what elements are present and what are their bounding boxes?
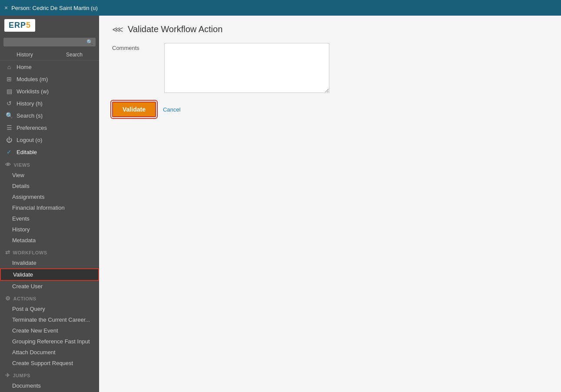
sidebar-item-logout[interactable]: ⏻ Logout (o) [0,134,99,146]
workflows-section-icon: ⇄ [5,249,10,256]
modules-icon: ⊞ [5,76,13,82]
close-tab-icon[interactable]: × [4,4,8,11]
preferences-icon: ☰ [5,124,13,131]
section-actions: ⚙ ACTIONS [0,292,99,303]
sidebar: ERP5 🔍 History Search ⌂ Home ⊞ Modules (… [0,16,99,392]
sidebar-item-home[interactable]: ⌂ Home [0,61,99,73]
main-content: ⋘ Validate Workflow Action Comments Vali… [99,16,561,392]
top-bar: × Person: Cedric De Saint Martin (u) [0,0,561,16]
validate-button[interactable]: Validate [112,102,156,117]
logo-box: ERP5 [4,19,35,32]
sidebar-item-preferences[interactable]: ☰ Preferences [0,122,99,134]
sidebar-item-history[interactable]: History [0,224,99,235]
sidebar-item-assignments[interactable]: Assignments [0,191,99,202]
section-jumps: ✈ JUMPS [0,369,99,380]
comments-textarea[interactable] [164,43,329,93]
sidebar-item-search[interactable]: 🔍 Search (s) [0,109,99,122]
views-section-icon: 👁 [5,161,11,168]
sidebar-item-view[interactable]: View [0,170,99,181]
sidebar-item-history[interactable]: ↺ History (h) [0,97,99,109]
section-workflows: ⇄ WORKFLOWS [0,246,99,257]
editable-icon: ✓ [5,148,13,155]
page-title-area: ⋘ Validate Workflow Action [112,24,548,34]
sidebar-item-attach-doc[interactable]: Attach Document [0,347,99,358]
sidebar-item-metadata[interactable]: Metadata [0,235,99,246]
history-icon: ↺ [5,100,13,107]
jumps-section-icon: ✈ [5,372,10,379]
tab-history[interactable]: History [0,49,50,60]
logo-text: ERP5 [9,21,31,30]
cancel-button[interactable]: Cancel [163,106,180,113]
sidebar-item-editable[interactable]: ✓ Editable [0,146,99,158]
actions-section-icon: ⚙ [5,295,11,302]
tab-search[interactable]: Search [50,49,99,60]
page-title: Validate Workflow Action [128,24,222,34]
button-group: Validate Cancel [112,102,548,117]
search-input[interactable] [3,38,84,46]
search-bar: 🔍 [0,35,99,49]
sidebar-tabs: History Search [0,49,99,61]
sidebar-item-worklists[interactable]: ▤ Worklists (w) [0,85,99,97]
sidebar-item-create-user[interactable]: Create User [0,281,99,292]
sidebar-item-post-query[interactable]: Post a Query [0,303,99,314]
section-views: 👁 VIEWS [0,158,99,170]
sidebar-item-validate[interactable]: Validate [0,268,99,281]
logout-icon: ⏻ [5,136,13,143]
sidebar-item-events[interactable]: Events [0,213,99,224]
worklists-icon: ▤ [5,88,13,95]
home-icon: ⌂ [5,63,13,70]
tab-title: Person: Cedric De Saint Martin (u) [11,5,98,11]
logo-area: ERP5 [0,16,99,35]
sidebar-item-modules[interactable]: ⊞ Modules (m) [0,73,99,85]
comments-label: Comments [112,43,164,93]
sidebar-item-documents[interactable]: Documents [0,380,99,391]
search-submit-button[interactable]: 🔍 [84,38,96,46]
sidebar-item-invalidate[interactable]: Invalidate [0,257,99,268]
sidebar-item-create-event[interactable]: Create New Event [0,325,99,336]
search-icon: 🔍 [5,112,13,119]
main-layout: ERP5 🔍 History Search ⌂ Home ⊞ Modules (… [0,16,561,392]
sidebar-item-details[interactable]: Details [0,181,99,191]
sidebar-item-create-support[interactable]: Create Support Request [0,358,99,369]
share-icon: ⋘ [112,25,123,34]
comments-form-group: Comments [112,43,548,93]
sidebar-item-terminate-career[interactable]: Terminate the Current Career... [0,314,99,325]
sidebar-item-financial-information[interactable]: Financial Information [0,202,99,213]
sidebar-item-grouping-ref[interactable]: Grouping Reference Fast Input [0,336,99,347]
